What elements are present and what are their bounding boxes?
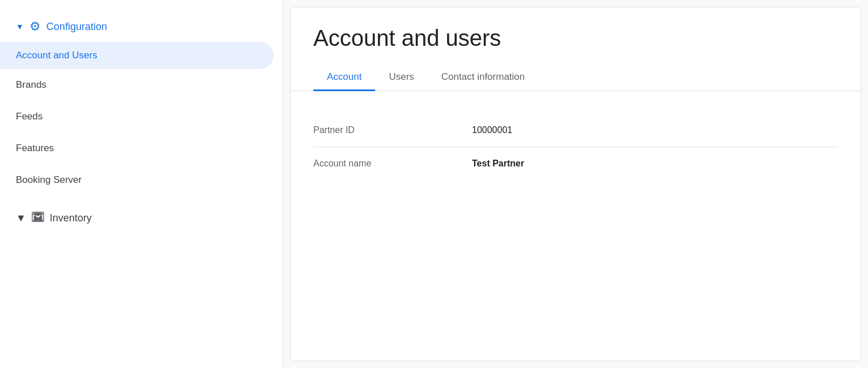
gear-icon: ⚙ bbox=[29, 19, 41, 34]
sidebar-item-label: Brands bbox=[16, 79, 46, 90]
sidebar-inventory-label: Inventory bbox=[50, 212, 92, 224]
sidebar-item-account-and-users[interactable]: Account and Users bbox=[0, 42, 274, 69]
tabs-container: Account Users Contact information bbox=[291, 65, 861, 91]
main-content: Account and users Account Users Contact … bbox=[290, 7, 861, 361]
sidebar-item-feeds[interactable]: Feeds bbox=[0, 101, 283, 132]
sidebar-item-label: Features bbox=[16, 143, 54, 153]
field-label-account-name: Account name bbox=[313, 159, 472, 169]
tab-contact-information[interactable]: Contact information bbox=[428, 65, 538, 91]
tab-users[interactable]: Users bbox=[375, 65, 427, 91]
field-value-account-name: Test Partner bbox=[472, 159, 524, 169]
table-row: Account name Test Partner bbox=[313, 147, 838, 180]
sidebar-configuration-header[interactable]: ▼ ⚙ Configuration bbox=[0, 11, 283, 42]
chevron-down-icon: ▼ bbox=[16, 212, 26, 224]
sidebar-item-features[interactable]: Features bbox=[0, 132, 283, 164]
account-content: Partner ID 10000001 Account name Test Pa… bbox=[291, 91, 861, 361]
sidebar: ▼ ⚙ Configuration Account and Users Bran… bbox=[0, 0, 283, 368]
page-title: Account and users bbox=[291, 7, 861, 65]
sidebar-item-booking-server[interactable]: Booking Server bbox=[0, 164, 283, 196]
sidebar-item-label: Account and Users bbox=[16, 50, 97, 61]
field-value-partner-id: 10000001 bbox=[472, 125, 512, 135]
field-label-partner-id: Partner ID bbox=[313, 125, 472, 135]
tab-label: Users bbox=[389, 71, 414, 82]
sidebar-inventory-header[interactable]: ▼ Inventory bbox=[0, 200, 283, 236]
sidebar-configuration-label: Configuration bbox=[46, 21, 107, 33]
tab-label: Contact information bbox=[441, 71, 525, 82]
sidebar-item-brands[interactable]: Brands bbox=[0, 69, 283, 101]
tab-label: Account bbox=[327, 71, 361, 82]
sidebar-item-label: Booking Server bbox=[16, 174, 82, 185]
table-row: Partner ID 10000001 bbox=[313, 114, 838, 147]
store-icon bbox=[32, 211, 44, 226]
tab-account[interactable]: Account bbox=[313, 65, 375, 91]
sidebar-item-label: Feeds bbox=[16, 111, 42, 122]
chevron-down-icon: ▼ bbox=[16, 22, 24, 31]
